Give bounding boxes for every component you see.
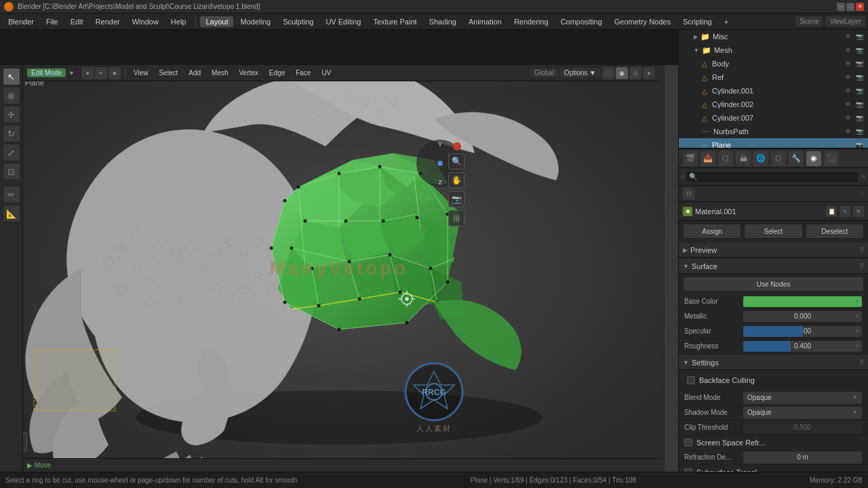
hand-tool-btn[interactable]: ✋ (448, 172, 465, 188)
mat-new-btn[interactable]: + (840, 206, 850, 217)
maximize-button[interactable]: □ (846, 3, 854, 11)
workspace-rendering[interactable]: Rendering (509, 16, 554, 27)
ref-eye-btn[interactable]: 👁 (843, 74, 852, 81)
select-mat-btn[interactable]: Select (744, 224, 802, 239)
misc-eye-btn[interactable]: 👁 (843, 33, 852, 40)
assign-btn[interactable]: Assign (683, 224, 741, 239)
close-button[interactable]: ✕ (856, 3, 864, 11)
material-props-tab[interactable]: ◉ (806, 151, 821, 166)
cyl002-camera-btn[interactable]: 📷 (854, 101, 864, 108)
outliner-cylinder001[interactable]: △ Cylinder.001 👁 📷 (679, 84, 868, 98)
view-layer-selector[interactable]: ViewLayer (825, 16, 865, 26)
view-layer-props-tab[interactable]: ⬡ (718, 151, 733, 166)
measure-tool-icon[interactable]: 📐 (3, 205, 20, 222)
workspace-modeling[interactable]: Modeling (235, 16, 276, 27)
menu-edit[interactable]: Edit (65, 16, 89, 27)
nurbs-camera-btn[interactable]: 📷 (854, 128, 864, 135)
menu-render[interactable]: Render (90, 16, 125, 27)
face-mode-btn[interactable]: ■ (108, 67, 121, 79)
settings-header[interactable]: ▼ Settings ⠿ (679, 355, 868, 370)
deselect-mat-btn[interactable]: Deselect (806, 224, 864, 239)
base-color-swatch[interactable]: + (743, 296, 863, 308)
viewport-3d[interactable]: User Perspective (188) Plane ManyVetopo … (0, 65, 678, 472)
frame-btn[interactable]: ⊞ (448, 210, 465, 226)
cursor-tool-icon[interactable]: ⊕ (3, 87, 20, 104)
cyl007-camera-btn[interactable]: 📷 (854, 115, 864, 121)
add-btn[interactable]: Add (184, 68, 205, 78)
outliner-plane[interactable]: △ Plane 👁 📷 (679, 138, 868, 149)
edge-mode-btn[interactable]: ━ (95, 67, 107, 79)
backface-checkbox[interactable] (687, 376, 695, 384)
menu-window[interactable]: Window (127, 16, 164, 27)
ref-camera-btn[interactable]: 📷 (854, 74, 864, 81)
outliner-ref[interactable]: △ Ref 👁 📷 (679, 70, 868, 84)
zoom-tool-btn[interactable]: 🔍 (448, 153, 465, 169)
mesh-camera-btn[interactable]: 📷 (854, 47, 864, 54)
edit-mode-label[interactable]: Edit Mode (27, 68, 66, 77)
world-props-tab[interactable]: 🌐 (753, 151, 768, 166)
outliner-cylinder002[interactable]: △ Cylinder.002 👁 📷 (679, 98, 868, 111)
mat-copy-btn[interactable]: 📋 (826, 206, 837, 217)
workspace-sculpting[interactable]: Sculpting (277, 16, 319, 27)
workspace-layout[interactable]: Layout (200, 16, 233, 27)
solid-btn[interactable]: ◉ (616, 67, 628, 79)
face-btn[interactable]: Face (292, 68, 315, 78)
screen-space-checkbox[interactable] (684, 439, 692, 447)
workspace-add[interactable]: + (719, 16, 734, 27)
scene-selector[interactable]: Scene (795, 16, 823, 26)
cyl001-camera-btn[interactable]: 📷 (854, 87, 864, 94)
transform-orientation[interactable]: Global (530, 68, 558, 77)
surface-header[interactable]: ▼ Surface ⠿ (679, 259, 868, 274)
cyl007-eye-btn[interactable]: 👁 (843, 115, 852, 121)
outliner-cylinder007[interactable]: △ Cylinder.007 👁 📷 (679, 111, 868, 125)
view-btn[interactable]: View (130, 68, 153, 78)
workspace-scripting[interactable]: Scripting (677, 16, 717, 27)
props-back-icon[interactable]: ‹ (682, 173, 684, 180)
specular-value[interactable]: 0.500 + (743, 325, 863, 338)
misc-camera-btn[interactable]: 📷 (854, 33, 864, 40)
output-props-tab[interactable]: 📤 (701, 151, 715, 166)
title-bar-controls[interactable]: ─ □ ✕ (837, 3, 864, 11)
outliner-mesh[interactable]: ▼ 📁 Mesh 👁 📷 (679, 43, 868, 57)
plane-eye-btn[interactable]: 👁 (843, 142, 852, 148)
scale-tool-icon[interactable]: ⤢ (3, 144, 20, 161)
outliner-body[interactable]: △ Body 👁 📷 (679, 57, 868, 70)
plane-camera-btn[interactable]: 📷 (854, 142, 864, 148)
rendered-btn[interactable]: ● (643, 67, 655, 79)
scene-props-tab[interactable]: 🏔 (736, 151, 751, 166)
camera-view-btn[interactable]: 📷 (448, 191, 465, 207)
mat-delete-btn[interactable]: ✕ (853, 206, 864, 217)
body-camera-btn[interactable]: 📷 (854, 60, 864, 67)
render-props-tab[interactable]: 🎬 (683, 151, 698, 166)
props-filter-icon[interactable]: ≡ (861, 173, 865, 180)
move-tool-icon[interactable]: ✛ (3, 106, 20, 123)
vertex-btn[interactable]: Vertex (235, 68, 262, 78)
material-preview-btn[interactable]: ◎ (629, 67, 642, 79)
rotate-tool-icon[interactable]: ↻ (3, 125, 20, 142)
nurbs-eye-btn[interactable]: 👁 (843, 128, 852, 135)
select-tool-icon[interactable]: ↖ (3, 68, 20, 85)
outliner-misc[interactable]: ▶ 📁 Misc 👁 📷 (679, 30, 868, 43)
use-nodes-btn[interactable]: Use Nodes (683, 277, 864, 291)
cyl001-eye-btn[interactable]: 👁 (843, 87, 852, 94)
mat-sphere-btn[interactable]: ⊙ (683, 188, 695, 200)
props-search-input[interactable]: 🔍 (686, 171, 859, 183)
workspace-texture-paint[interactable]: Texture Paint (368, 16, 422, 27)
preview-header[interactable]: ▶ Preview ⠿ (679, 243, 868, 258)
refraction-value[interactable]: 0 m (743, 451, 863, 464)
mesh-btn[interactable]: Mesh (208, 68, 232, 78)
vert-mode-btn[interactable]: ● (81, 67, 94, 79)
workspace-uv-editing[interactable]: UV Editing (320, 16, 366, 27)
uv-btn[interactable]: UV (317, 68, 335, 78)
roughness-value[interactable]: 0.400 + (743, 340, 863, 352)
workspace-shading[interactable]: Shading (424, 16, 462, 27)
outliner-nurbspath[interactable]: 〰 NurbsPath 👁 📷 (679, 125, 868, 138)
workspace-compositing[interactable]: Compositing (555, 16, 608, 27)
select-btn[interactable]: Select (155, 68, 182, 78)
menu-file[interactable]: File (41, 16, 64, 27)
metallic-value[interactable]: 0.000 + (743, 310, 863, 323)
workspace-animation[interactable]: Animation (463, 16, 507, 27)
shadow-mode-select[interactable]: Opaque ▼ (743, 406, 863, 420)
wireframe-btn[interactable]: ⬚ (602, 67, 614, 79)
transform-tool-icon[interactable]: ⊡ (3, 163, 20, 180)
